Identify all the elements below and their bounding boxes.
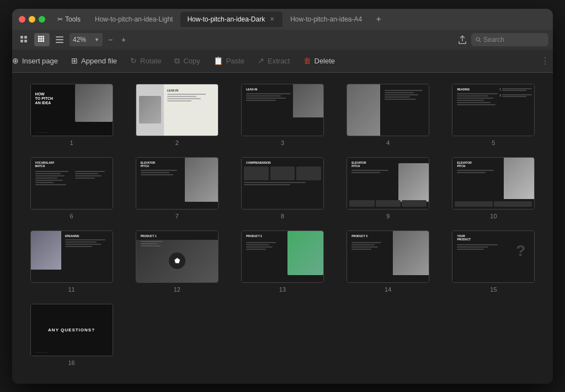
zoom-chevron-icon: ▼ [94, 37, 99, 42]
slide-item[interactable]: HOWTO PITCHAN IDEA —————— 1 [23, 84, 120, 146]
append-file-label: Append file [81, 57, 117, 65]
slide-item[interactable]: 4 [340, 84, 436, 146]
slide-thumb-16: ANY QUESTIONS? —————— [30, 304, 113, 356]
more-options-icon[interactable]: ⋮ [541, 56, 553, 66]
svg-rect-4 [38, 36, 40, 37]
slide-number-14: 14 [385, 286, 391, 293]
svg-rect-13 [56, 36, 63, 37]
svg-rect-12 [42, 40, 44, 42]
grid-view-button[interactable] [34, 33, 50, 46]
slides-area: HOWTO PITCHAN IDEA —————— 1 LEAD-IN [12, 73, 553, 384]
search-box[interactable]: Search [471, 33, 548, 46]
insert-page-button[interactable]: ⊕ Insert page [12, 56, 58, 65]
slide-thumb-11: SPEAKING [30, 230, 113, 283]
tools-label: Tools [65, 15, 81, 23]
paste-label: Paste [226, 57, 244, 65]
rotate-icon: ↻ [130, 56, 137, 65]
svg-rect-2 [20, 40, 23, 42]
slides-grid: HOWTO PITCHAN IDEA —————— 1 LEAD-IN [23, 84, 542, 366]
slide-thumb-9: ELEVATORPITCH [347, 157, 429, 210]
slide-number-10: 10 [490, 213, 497, 219]
minimize-button[interactable] [29, 16, 35, 23]
copy-button[interactable]: ⧉ Copy [174, 56, 200, 66]
tools-menu[interactable]: ✂ Tools [54, 14, 84, 24]
svg-rect-0 [20, 36, 23, 39]
rotate-button[interactable]: ↻ Rotate [130, 56, 161, 65]
slide-thumb-15: YOURPRODUCT ? [452, 230, 535, 283]
paste-button[interactable]: 📋 Paste [214, 56, 244, 65]
delete-label: Delete [315, 57, 335, 65]
slide-item[interactable]: ANY QUESTIONS? —————— 16 [23, 304, 120, 366]
zoom-in-button[interactable]: + [118, 34, 129, 45]
copy-icon: ⧉ [174, 56, 180, 66]
slide-item[interactable]: COMPREHENSION 8 [234, 157, 331, 219]
slide-item[interactable]: ELEVATORPITCH 9 [340, 157, 436, 219]
delete-button[interactable]: 🗑 Delete [303, 56, 335, 65]
toolbar-actions: Search [455, 33, 548, 46]
slide-number-3: 3 [281, 139, 284, 146]
slide-item[interactable]: ELEVATORPITCH 7 [129, 157, 225, 219]
zoom-out-button[interactable]: − [105, 34, 116, 45]
toolbar: 42% ▼ − + Search [12, 30, 553, 50]
slide-number-13: 13 [279, 286, 286, 293]
tab-dark-label: How-to-pitch-an-idea-Dark [187, 15, 265, 23]
slide-item[interactable]: ELEVATORPITCH 10 [445, 157, 542, 219]
slide-item[interactable]: PRODUCT 1 ⬟ 12 [129, 230, 225, 293]
slide-number-12: 12 [174, 286, 180, 293]
tabs-container: How-to-pitch-an-idea-Light How-to-pitch-… [88, 12, 546, 27]
slide-item[interactable]: VOCABULARYMATCH [23, 157, 120, 219]
slide-thumb-14: PRODUCT 3 [347, 230, 429, 283]
toolbar-left: 42% ▼ − + [17, 33, 129, 46]
slide-item[interactable]: READING 1 [445, 84, 542, 146]
slide-item[interactable]: PRODUCT 3 14 [340, 230, 436, 293]
add-tab-button[interactable]: + [372, 13, 385, 26]
tab-a4[interactable]: How-to-pitch-an-idea-A4 [284, 12, 369, 27]
slide-number-7: 7 [175, 213, 179, 219]
svg-rect-7 [38, 38, 40, 40]
svg-rect-5 [40, 36, 42, 37]
slide-number-9: 9 [386, 213, 390, 219]
tab-close-icon[interactable]: ✕ [268, 15, 276, 23]
slide-thumb-7: ELEVATORPITCH [136, 157, 218, 210]
thumbnail-view-button[interactable] [17, 33, 32, 46]
slide-number-1: 1 [70, 139, 73, 146]
slide-number-16: 16 [68, 359, 74, 366]
share-button[interactable] [455, 33, 470, 46]
slide-item[interactable]: PRODUCT 2 13 [234, 230, 331, 293]
append-file-button[interactable]: ⊞ Append file [71, 56, 117, 65]
svg-rect-9 [42, 38, 44, 40]
zoom-value: 42% [73, 36, 86, 44]
slide-item[interactable]: YOURPRODUCT ? 15 [445, 230, 542, 293]
slide-thumb-8: COMPREHENSION [241, 157, 324, 210]
list-view-button[interactable] [52, 33, 67, 46]
slide-item[interactable]: LEAD-IN 3 [234, 84, 331, 146]
tab-light-label: How-to-pitch-an-idea-Light [95, 15, 173, 23]
slide-number-6: 6 [70, 213, 73, 219]
tab-light[interactable]: How-to-pitch-an-idea-Light [88, 12, 179, 27]
slide-thumb-10: ELEVATORPITCH [452, 157, 535, 210]
search-placeholder: Search [483, 36, 504, 44]
fullscreen-button[interactable] [39, 16, 45, 23]
svg-rect-8 [40, 38, 42, 40]
slide-thumb-4 [347, 84, 429, 136]
slide-item[interactable]: LEAD-IN 2 [129, 84, 225, 146]
slide-thumb-2: LEAD-IN [136, 84, 218, 136]
traffic-lights [19, 16, 45, 23]
zoom-control[interactable]: 42% ▼ [70, 33, 103, 46]
svg-rect-1 [24, 36, 27, 39]
slide-number-11: 11 [68, 286, 74, 293]
insert-page-label: Insert page [22, 57, 58, 65]
main-window: ✂ Tools How-to-pitch-an-idea-Light How-t… [12, 9, 553, 384]
svg-rect-14 [56, 39, 63, 40]
close-button[interactable] [19, 16, 25, 23]
insert-page-icon: ⊕ [12, 56, 19, 65]
extract-button[interactable]: ↗ Extract [258, 56, 290, 65]
tab-dark[interactable]: How-to-pitch-an-idea-Dark ✕ [180, 12, 282, 27]
slide-thumb-6: VOCABULARYMATCH [30, 157, 113, 210]
slide-item[interactable]: SPEAKING 11 [23, 230, 120, 293]
extract-icon: ↗ [258, 56, 264, 65]
slide-number-2: 2 [175, 139, 179, 146]
delete-icon: 🗑 [303, 56, 311, 65]
slide-thumb-5: READING 1 [452, 84, 535, 136]
svg-rect-15 [56, 42, 63, 43]
